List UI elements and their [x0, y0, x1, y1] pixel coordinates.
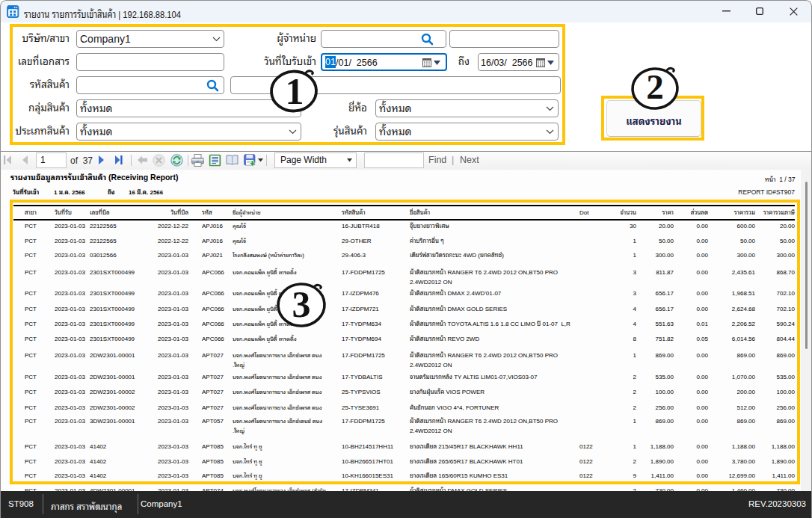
- svg-text:2: 2: [646, 67, 664, 106]
- svg-text:1: 1: [286, 70, 304, 112]
- svg-text:3: 3: [292, 283, 311, 325]
